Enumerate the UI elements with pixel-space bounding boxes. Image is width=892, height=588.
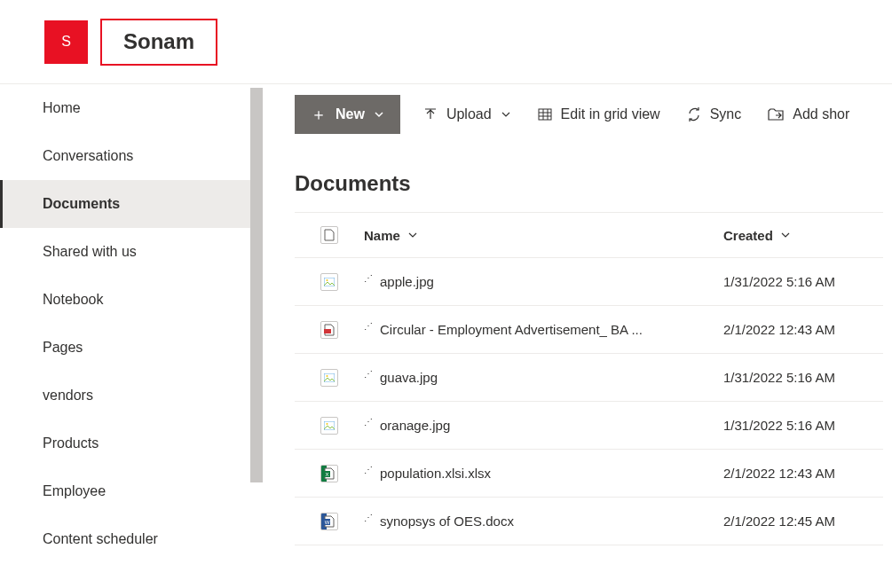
- file-icon: [320, 226, 338, 244]
- sync-button[interactable]: Sync: [683, 101, 746, 128]
- file-created-cell: 2/1/2022 12:45 AM: [723, 514, 883, 529]
- new-indicator-icon: ⋰: [364, 274, 373, 283]
- file-name-cell[interactable]: ⋰population.xlsi.xlsx: [364, 466, 723, 481]
- sidebar-item-label: vendors: [43, 388, 93, 403]
- svg-rect-1: [324, 278, 335, 286]
- new-indicator-icon: ⋰: [364, 322, 373, 331]
- column-header-created[interactable]: Created: [723, 228, 883, 243]
- upload-label: Upload: [446, 106, 492, 122]
- file-created-cell: 1/31/2022 5:16 AM: [723, 274, 883, 289]
- file-type-cell: [295, 321, 364, 339]
- site-title-container: Sonam: [100, 19, 217, 66]
- plus-icon: ＋: [311, 104, 327, 125]
- sidebar-item-label: Home: [43, 100, 81, 115]
- file-created-cell: 2/1/2022 12:43 AM: [723, 322, 883, 337]
- new-indicator-icon: ⋰: [364, 466, 373, 474]
- table-row[interactable]: W⋰synopsys of OES.docx2/1/2022 12:45 AM: [295, 498, 883, 545]
- add-shortcut-label: Add shor: [793, 106, 849, 122]
- svg-rect-3: [324, 329, 331, 333]
- svg-point-7: [327, 423, 328, 425]
- column-header-name[interactable]: Name: [364, 228, 723, 243]
- file-name-cell[interactable]: ⋰synopsys of OES.docx: [364, 514, 723, 529]
- main-content: ＋ New Upload Edit in grid view Sync Add …: [264, 84, 892, 588]
- file-type-cell: [295, 273, 364, 291]
- sidebar-item-pages[interactable]: Pages: [0, 324, 263, 372]
- image-file-icon: [320, 273, 338, 291]
- file-name-label: synopsys of OES.docx: [380, 514, 514, 529]
- pdf-file-icon: [320, 321, 338, 339]
- svg-text:W: W: [325, 519, 330, 524]
- sidebar-item-notebook[interactable]: Notebook: [0, 276, 263, 324]
- site-header: S Sonam: [0, 0, 892, 84]
- file-name-label: population.xlsi.xlsx: [380, 466, 491, 481]
- svg-rect-0: [539, 109, 551, 120]
- sidebar-item-label: Content scheduler: [43, 531, 158, 546]
- scrollbar[interactable]: [250, 88, 263, 482]
- sidebar-item-conversations[interactable]: Conversations: [0, 132, 263, 180]
- file-name-cell[interactable]: ⋰guava.jpg: [364, 370, 723, 385]
- word-file-icon: W: [320, 513, 338, 530]
- page-title: Documents: [264, 145, 892, 212]
- sidebar-item-label: Documents: [43, 196, 120, 211]
- sidebar-item-shared-with-us[interactable]: Shared with us: [0, 228, 263, 276]
- svg-point-2: [327, 279, 328, 281]
- table-row[interactable]: X⋰population.xlsi.xlsx2/1/2022 12:43 AM: [295, 450, 883, 498]
- edit-grid-button[interactable]: Edit in grid view: [534, 101, 664, 128]
- chevron-down-icon: [780, 230, 791, 240]
- svg-text:X: X: [325, 471, 328, 476]
- site-title[interactable]: Sonam: [123, 29, 194, 54]
- table-row[interactable]: ⋰oranage.jpg1/31/2022 5:16 AM: [295, 402, 883, 450]
- file-created-cell: 2/1/2022 12:43 AM: [723, 466, 883, 481]
- file-name-label: Circular - Employment Advertisement_ BA …: [380, 322, 643, 337]
- file-name-cell[interactable]: ⋰Circular - Employment Advertisement_ BA…: [364, 322, 723, 337]
- file-name-label: oranage.jpg: [380, 418, 450, 433]
- column-header-type[interactable]: [295, 226, 364, 244]
- file-name-cell[interactable]: ⋰apple.jpg: [364, 274, 723, 289]
- file-type-cell: W: [295, 513, 364, 530]
- file-name-cell[interactable]: ⋰oranage.jpg: [364, 418, 723, 433]
- svg-rect-4: [324, 373, 335, 382]
- image-file-icon: [320, 369, 338, 387]
- sidebar-item-label: Shared with us: [43, 244, 137, 259]
- add-shortcut-button[interactable]: Add shor: [764, 101, 853, 128]
- sidebar-item-label: Products: [43, 435, 99, 451]
- sidebar-item-label: Pages: [43, 340, 83, 355]
- file-name-label: guava.jpg: [380, 370, 438, 385]
- sidebar-item-documents[interactable]: Documents: [0, 180, 263, 228]
- chevron-down-icon: [407, 230, 418, 240]
- sidebar-item-label: Conversations: [43, 148, 133, 163]
- sync-icon: [687, 107, 701, 122]
- chevron-down-icon: [501, 109, 511, 120]
- sync-label: Sync: [710, 106, 742, 122]
- new-indicator-icon: ⋰: [364, 370, 373, 379]
- table-row[interactable]: ⋰apple.jpg1/31/2022 5:16 AM: [295, 258, 883, 306]
- table-row[interactable]: ⋰Circular - Employment Advertisement_ BA…: [295, 306, 883, 354]
- file-created-cell: 1/31/2022 5:16 AM: [723, 418, 883, 433]
- sidebar-item-home[interactable]: Home: [0, 84, 263, 132]
- table-header-row: Name Created: [295, 212, 883, 258]
- image-file-icon: [320, 417, 338, 435]
- command-bar: ＋ New Upload Edit in grid view Sync Add …: [264, 84, 892, 145]
- new-button-label: New: [335, 106, 365, 122]
- file-type-cell: [295, 369, 364, 387]
- table-row[interactable]: ⋰guava.jpg1/31/2022 5:16 AM: [295, 354, 883, 402]
- document-list: Name Created ⋰apple.jpg1/31/2022 5:16 AM…: [264, 212, 892, 545]
- upload-button[interactable]: Upload: [420, 101, 515, 128]
- sidebar-item-products[interactable]: Products: [0, 419, 263, 467]
- sidebar-item-vendors[interactable]: vendors: [0, 372, 263, 419]
- svg-rect-6: [324, 421, 335, 430]
- upload-icon: [423, 107, 438, 122]
- avatar: S: [44, 20, 88, 64]
- sidebar-item-label: Notebook: [43, 292, 104, 307]
- grid-icon: [538, 107, 552, 122]
- sidebar-item-employee[interactable]: Employee: [0, 467, 263, 515]
- sidebar-item-content-scheduler[interactable]: Content scheduler: [0, 515, 263, 563]
- new-button[interactable]: ＋ New: [295, 95, 400, 134]
- file-type-cell: [295, 417, 364, 435]
- sidebar: HomeConversationsDocumentsShared with us…: [0, 84, 264, 588]
- excel-file-icon: X: [320, 465, 338, 482]
- shortcut-icon: [768, 107, 784, 122]
- file-created-cell: 1/31/2022 5:16 AM: [723, 370, 883, 385]
- column-header-name-label: Name: [364, 228, 400, 243]
- new-indicator-icon: ⋰: [364, 514, 373, 522]
